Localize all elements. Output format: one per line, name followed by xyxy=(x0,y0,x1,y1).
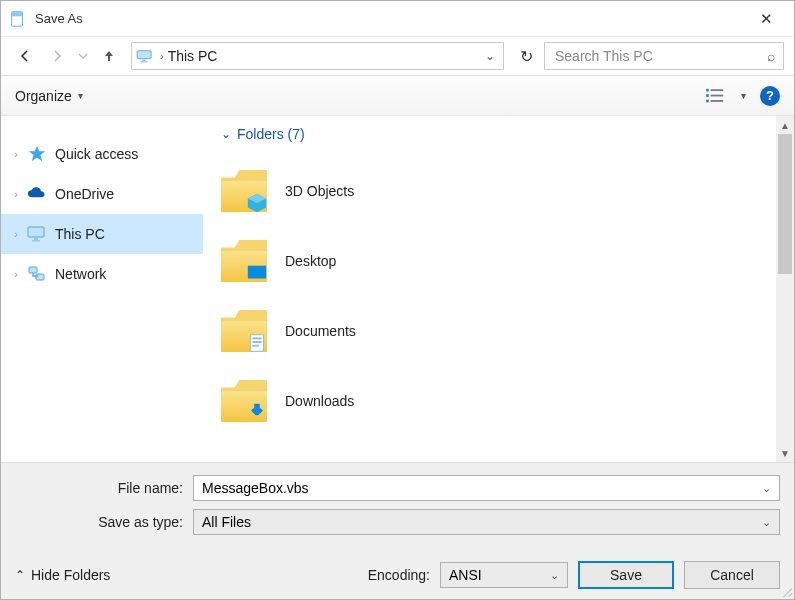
svg-rect-2 xyxy=(137,51,151,59)
filename-label: File name: xyxy=(15,480,193,496)
save-panel: File name: MessageBox.vbs ⌄ Save as type… xyxy=(1,462,794,599)
address-dropdown-icon[interactable]: ⌄ xyxy=(485,49,495,63)
nav-row: › This PC ⌄ ↻ ⌕ xyxy=(1,37,794,75)
chevron-down-icon[interactable]: ⌄ xyxy=(550,569,559,582)
folder-icon xyxy=(221,380,267,422)
close-button[interactable]: ✕ xyxy=(746,10,786,28)
encoding-select[interactable]: ANSI ⌄ xyxy=(440,562,568,588)
folder-desktop[interactable]: Desktop xyxy=(221,226,794,296)
svg-rect-19 xyxy=(248,266,266,279)
svg-rect-24 xyxy=(254,404,260,411)
search-input[interactable] xyxy=(553,47,767,65)
navigation-pane: › Quick access › OneDrive › xyxy=(1,116,203,462)
folder-icon xyxy=(221,240,267,282)
cancel-button[interactable]: Cancel xyxy=(684,561,780,589)
chevron-up-icon: ⌃ xyxy=(15,568,25,582)
this-pc-icon xyxy=(136,49,154,63)
scroll-thumb[interactable] xyxy=(778,134,792,274)
folder-icon xyxy=(221,310,267,352)
svg-rect-6 xyxy=(706,94,709,97)
expand-icon[interactable]: › xyxy=(9,228,23,240)
search-icon: ⌕ xyxy=(767,48,775,64)
sidebar-item-onedrive[interactable]: › OneDrive xyxy=(1,174,203,214)
breadcrumb-location[interactable]: This PC xyxy=(168,48,218,64)
svg-rect-1 xyxy=(12,11,23,16)
organize-menu[interactable]: Organize ▾ xyxy=(15,88,83,104)
svg-rect-12 xyxy=(28,227,44,237)
download-arrow-icon xyxy=(245,402,269,424)
folder-3d-objects[interactable]: 3D Objects xyxy=(221,156,794,226)
svg-rect-16 xyxy=(36,274,44,280)
scroll-down-icon[interactable]: ▼ xyxy=(776,444,794,462)
chevron-down-icon: ⌄ xyxy=(221,127,231,141)
filename-value: MessageBox.vbs xyxy=(202,480,309,496)
save-button[interactable]: Save xyxy=(578,561,674,589)
svg-rect-5 xyxy=(706,88,709,91)
expand-icon[interactable]: › xyxy=(9,148,23,160)
svg-rect-13 xyxy=(34,238,38,240)
back-button[interactable] xyxy=(11,42,39,70)
this-pc-icon xyxy=(27,225,47,243)
chevron-down-icon: ▾ xyxy=(78,90,83,101)
section-header-label: Folders (7) xyxy=(237,126,305,142)
folder-view[interactable]: ⌄ Folders (7) 3D Objects Desktop xyxy=(203,116,794,462)
sidebar-item-this-pc[interactable]: › This PC xyxy=(1,214,203,254)
chevron-down-icon[interactable]: ⌄ xyxy=(762,516,771,529)
svg-rect-15 xyxy=(29,267,37,273)
organize-label: Organize xyxy=(15,88,72,104)
sidebar-item-label: This PC xyxy=(55,226,105,242)
save-as-type-label: Save as type: xyxy=(15,514,193,530)
folder-label: Desktop xyxy=(285,253,336,269)
network-icon xyxy=(27,265,47,283)
folder-downloads[interactable]: Downloads xyxy=(221,366,794,436)
view-options-button[interactable] xyxy=(705,87,727,105)
sidebar-item-label: Network xyxy=(55,266,106,282)
window-title: Save As xyxy=(35,11,746,26)
section-header-folders[interactable]: ⌄ Folders (7) xyxy=(221,126,794,142)
expand-icon[interactable]: › xyxy=(9,188,23,200)
sidebar-item-network[interactable]: › Network xyxy=(1,254,203,294)
hide-folders-button[interactable]: ⌃ Hide Folders xyxy=(15,567,110,583)
toolbar: Organize ▾ ▾ ? xyxy=(1,75,794,115)
view-options-dropdown-icon[interactable]: ▾ xyxy=(741,90,746,101)
cube-icon xyxy=(245,192,269,214)
svg-rect-8 xyxy=(711,89,724,91)
scroll-up-icon[interactable]: ▲ xyxy=(776,116,794,134)
svg-rect-23 xyxy=(252,345,258,347)
quick-access-icon xyxy=(27,145,47,163)
svg-rect-21 xyxy=(252,338,261,340)
folder-documents[interactable]: Documents xyxy=(221,296,794,366)
scrollbar[interactable]: ▲ ▼ xyxy=(776,116,794,462)
folder-label: Documents xyxy=(285,323,356,339)
chevron-down-icon[interactable]: ⌄ xyxy=(762,482,771,495)
refresh-button[interactable]: ↻ xyxy=(512,42,540,70)
explorer-body: › Quick access › OneDrive › xyxy=(1,115,794,462)
encoding-label: Encoding: xyxy=(368,567,430,583)
onedrive-icon xyxy=(27,185,47,203)
filename-input[interactable]: MessageBox.vbs ⌄ xyxy=(193,475,780,501)
forward-button[interactable] xyxy=(43,42,71,70)
folder-label: Downloads xyxy=(285,393,354,409)
title-bar: Save As ✕ xyxy=(1,1,794,37)
svg-rect-14 xyxy=(32,240,40,242)
save-as-dialog: Save As ✕ › This PC ⌄ ↻ xyxy=(0,0,795,600)
help-button[interactable]: ? xyxy=(760,86,780,106)
save-button-label: Save xyxy=(610,567,642,583)
recent-locations-dropdown[interactable] xyxy=(75,42,91,70)
save-as-type-select[interactable]: All Files ⌄ xyxy=(193,509,780,535)
resize-grip[interactable] xyxy=(780,585,792,597)
folder-label: 3D Objects xyxy=(285,183,354,199)
svg-rect-4 xyxy=(141,61,148,62)
expand-icon[interactable]: › xyxy=(9,268,23,280)
svg-rect-7 xyxy=(706,99,709,102)
cancel-button-label: Cancel xyxy=(710,567,754,583)
search-box[interactable]: ⌕ xyxy=(544,42,784,70)
svg-rect-3 xyxy=(142,60,146,62)
up-button[interactable] xyxy=(95,42,123,70)
save-as-type-value: All Files xyxy=(202,514,251,530)
document-icon xyxy=(245,332,269,354)
svg-rect-10 xyxy=(711,100,724,102)
sidebar-item-quick-access[interactable]: › Quick access xyxy=(1,134,203,174)
sidebar-item-label: Quick access xyxy=(55,146,138,162)
address-bar[interactable]: › This PC ⌄ xyxy=(131,42,504,70)
